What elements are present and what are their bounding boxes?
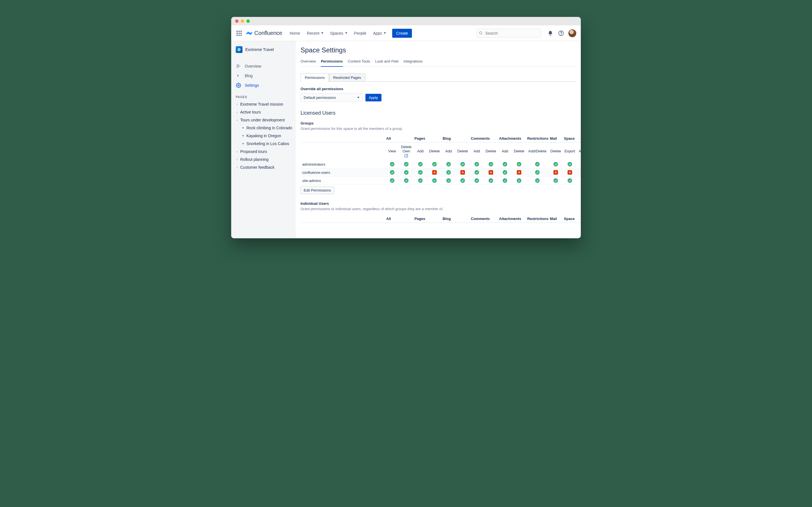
page-tree-item[interactable]: ›Tours under development: [231, 116, 295, 124]
permission-granted-icon: [553, 162, 558, 166]
permission-granted-icon: [535, 162, 540, 166]
create-button[interactable]: Create: [392, 29, 412, 38]
tab-content-tools[interactable]: Content Tools: [348, 57, 370, 66]
page-tree-item[interactable]: Kayaking in Oregon: [231, 132, 295, 140]
overview-icon: [236, 64, 241, 69]
permissions-subtabs: PermissionsRestricted Pages: [301, 73, 576, 82]
groups-heading: Groups: [301, 121, 576, 125]
page-tree-label: Active tours: [240, 110, 261, 114]
page-tree-item[interactable]: ›Rollout planning: [231, 156, 295, 163]
permission-granted-icon: [567, 162, 572, 166]
chevron-down-icon: [345, 33, 347, 34]
group-name: confluence-users: [301, 168, 385, 177]
tab-look-and-feel[interactable]: Look and Feel: [375, 57, 398, 66]
bullet-icon: [243, 135, 244, 136]
permission-cell: [442, 168, 456, 177]
permission-cell: [512, 177, 526, 185]
nav-people[interactable]: People: [351, 29, 369, 37]
permission-granted-icon: [446, 162, 451, 166]
chevron-right-icon: ›: [236, 150, 239, 153]
sidebar-item-settings[interactable]: Settings: [231, 80, 295, 90]
search-input[interactable]: [476, 29, 541, 38]
global-nav: Confluence Home Recent Spaces People App…: [231, 25, 581, 41]
groups-description: Grant permissions for this space to all …: [301, 126, 576, 131]
apply-button[interactable]: Apply: [365, 94, 382, 101]
nav-spaces[interactable]: Spaces: [327, 29, 350, 37]
page-tree-label: Rollout planning: [240, 157, 268, 162]
permission-denied-icon: [553, 170, 558, 175]
page-tree-item[interactable]: ›Customer feedback: [231, 163, 295, 171]
space-name: Exxtreme Travel: [245, 47, 274, 52]
tab-permissions[interactable]: Permissions: [321, 57, 343, 67]
subtab-restricted-pages[interactable]: Restricted Pages: [329, 73, 365, 82]
permission-cell: [577, 160, 581, 168]
bullet-icon: [243, 143, 244, 144]
permission-cell: [427, 160, 442, 168]
page-tree-label: Kayaking in Oregon: [246, 133, 281, 138]
page-tree-item[interactable]: Snorkeling in Los Cabos: [231, 140, 295, 148]
permission-granted-icon: [446, 170, 451, 175]
window-close-button[interactable]: [235, 19, 239, 23]
permission-cell: [399, 160, 413, 168]
sidebar-item-blog[interactable]: Blog: [231, 71, 295, 80]
nav-home[interactable]: Home: [287, 29, 303, 37]
sidebar-item-overview[interactable]: Overview: [231, 61, 295, 71]
permission-cell: [563, 160, 577, 168]
main-content: Space Settings OverviewPermissionsConten…: [296, 41, 581, 238]
permission-granted-icon: [474, 170, 479, 175]
permission-cell: [385, 177, 399, 185]
app-switcher-icon[interactable]: [236, 30, 243, 37]
page-tree-item[interactable]: Rock climbing in Colorado: [231, 124, 295, 132]
group-row: administrators: [301, 160, 581, 168]
delete-own-help-link[interactable]: [?]: [404, 154, 408, 158]
permission-granted-icon: [474, 178, 479, 183]
permission-cell: [385, 168, 399, 177]
permission-granted-icon: [503, 162, 507, 166]
permission-cell: [470, 160, 484, 168]
space-header[interactable]: Exxtreme Travel: [231, 46, 295, 56]
help-icon[interactable]: [558, 30, 564, 37]
permission-cell: [399, 177, 413, 185]
app-window: Confluence Home Recent Spaces People App…: [231, 17, 581, 238]
space-logo-icon: [236, 46, 243, 53]
page-tree-item[interactable]: ›Exxtreme Travel mission: [231, 100, 295, 108]
sidebar-item-label: Blog: [245, 73, 253, 78]
edit-permissions-button[interactable]: Edit Permissions: [301, 186, 334, 194]
group-name: site-admins: [301, 177, 385, 185]
subtab-permissions[interactable]: Permissions: [301, 73, 329, 82]
notifications-icon[interactable]: [547, 30, 554, 37]
individual-permissions-table: All Pages Blog Comments Attachments Rest…: [301, 215, 581, 223]
gear-icon: [236, 83, 241, 88]
product-logo[interactable]: Confluence: [246, 30, 282, 37]
permission-cell: [577, 168, 581, 177]
group-name: administrators: [301, 160, 385, 168]
col-comments: Comments: [470, 135, 498, 143]
permission-cell: [512, 160, 526, 168]
permission-granted-icon: [432, 178, 437, 183]
window-minimize-button[interactable]: [241, 19, 244, 23]
chevron-right-icon: ›: [236, 166, 239, 169]
permission-cell: [526, 177, 549, 185]
permission-granted-icon: [418, 162, 423, 166]
permission-granted-icon: [404, 162, 409, 166]
profile-avatar[interactable]: [568, 29, 576, 37]
tab-integrations[interactable]: Integrations: [403, 57, 423, 66]
permission-cell: [427, 168, 442, 177]
permission-cell: [563, 168, 577, 177]
nav-recent[interactable]: Recent: [304, 29, 326, 37]
settings-tabs: OverviewPermissionsContent ToolsLook and…: [301, 57, 576, 67]
svg-point-0: [479, 32, 481, 34]
permission-granted-icon: [446, 178, 451, 183]
override-select[interactable]: Default permissions: [301, 93, 363, 102]
chevron-down-icon: [321, 33, 323, 34]
page-tree-item[interactable]: ›Proposed tours: [231, 148, 295, 156]
space-sidebar: Exxtreme Travel Overview Blog Settings P…: [231, 41, 296, 238]
window-zoom-button[interactable]: [246, 19, 250, 23]
permission-granted-icon: [489, 162, 493, 166]
page-tree-label: Rock climbing in Colorado: [246, 126, 292, 130]
confluence-icon: [246, 30, 253, 37]
sidebar-item-label: Settings: [245, 83, 259, 88]
nav-apps[interactable]: Apps: [370, 29, 389, 37]
tab-overview[interactable]: Overview: [301, 57, 316, 66]
page-tree-item[interactable]: ›Active tours: [231, 108, 295, 116]
